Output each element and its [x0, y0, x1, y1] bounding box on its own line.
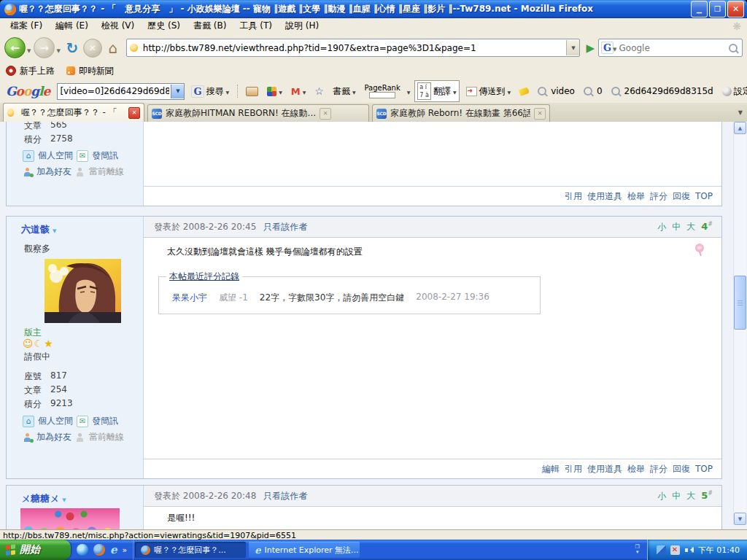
- chevron-down-icon[interactable]: [62, 494, 66, 504]
- forward-history-dropdown[interactable]: [56, 48, 60, 54]
- google-engine-icon[interactable]: G: [601, 42, 614, 54]
- font-small-link[interactable]: 小: [657, 490, 666, 502]
- menu-history[interactable]: 歷史 (S): [142, 18, 186, 34]
- font-large-link[interactable]: 大: [686, 221, 695, 233]
- term-button-hash[interactable]: 26d6429d69d8315d: [609, 85, 716, 98]
- quote-link[interactable]: 引用: [565, 190, 582, 203]
- add-friend-link[interactable]: 加為好友: [36, 166, 71, 178]
- vertical-scrollbar[interactable]: [733, 122, 746, 525]
- home-button[interactable]: [104, 39, 122, 57]
- rating-record-title[interactable]: 本帖最近評分記錄: [166, 271, 242, 283]
- menu-edit[interactable]: 編輯 (E): [50, 18, 94, 34]
- taskbar-toolbar-chevron[interactable]: [635, 545, 647, 555]
- reply-link[interactable]: 回復: [673, 463, 690, 475]
- bookmark-getting-started[interactable]: 新手上路: [6, 65, 55, 77]
- forward-button[interactable]: [34, 37, 55, 58]
- combo-dropdown-button[interactable]: [171, 85, 184, 98]
- tab-close-button[interactable]: [534, 108, 546, 120]
- reply-link[interactable]: 回復: [673, 190, 690, 203]
- add-friend-link[interactable]: 加為好友: [36, 431, 71, 443]
- scroll-down-button[interactable]: [734, 513, 746, 525]
- gmail-button[interactable]: M: [289, 85, 309, 98]
- go-button[interactable]: [586, 42, 595, 55]
- edit-link[interactable]: 編輯: [542, 463, 560, 475]
- photos-button[interactable]: [244, 85, 260, 98]
- google-search-combo[interactable]: [57, 83, 185, 100]
- tray-volume-icon[interactable]: [684, 545, 694, 555]
- google-search-input[interactable]: [58, 85, 171, 97]
- avatar[interactable]: [44, 259, 121, 323]
- back-history-dropdown[interactable]: [27, 48, 31, 54]
- tray-error-icon[interactable]: [670, 545, 680, 555]
- pm-link[interactable]: 發簡訊: [92, 149, 118, 162]
- minimize-button[interactable]: [691, 1, 708, 18]
- profile-link[interactable]: 個人空間: [38, 415, 73, 427]
- web-search-input[interactable]: [618, 42, 729, 54]
- pagerank-button[interactable]: PageRank: [363, 83, 403, 100]
- chevron-down-icon[interactable]: [53, 225, 56, 235]
- use-item-link[interactable]: 使用道具: [587, 463, 622, 475]
- use-item-link[interactable]: 使用道具: [587, 190, 622, 203]
- only-author-link[interactable]: 只看該作者: [263, 490, 307, 502]
- bookmark-latest-news[interactable]: 即時新聞: [66, 65, 114, 77]
- tab-current-thread[interactable]: 喔？？怎麼回事？？ - 「 意見...: [3, 103, 144, 122]
- apps-button[interactable]: [265, 85, 285, 98]
- pm-link[interactable]: 發簡訊: [92, 415, 118, 427]
- floor-number[interactable]: 4#: [701, 221, 713, 232]
- quick-launch-globe-icon[interactable]: [77, 544, 88, 556]
- rose-icon[interactable]: [694, 243, 705, 257]
- report-link[interactable]: 檢舉: [627, 190, 645, 203]
- font-medium-link[interactable]: 中: [672, 221, 681, 233]
- tray-update-icon[interactable]: [657, 545, 666, 555]
- profile-link[interactable]: 個人空間: [38, 149, 73, 162]
- term-button-video[interactable]: video: [535, 85, 577, 98]
- scrollbar-thumb[interactable]: [734, 276, 746, 330]
- reload-button[interactable]: [63, 39, 81, 57]
- report-link[interactable]: 檢舉: [627, 463, 645, 475]
- quick-launch-overflow-chevron[interactable]: »: [123, 545, 128, 555]
- menu-bookmarks[interactable]: 書籤 (B): [187, 18, 232, 34]
- url-dropdown-button[interactable]: [566, 40, 579, 55]
- search-icon[interactable]: [729, 44, 738, 52]
- settings-button[interactable]: 設定: [720, 84, 747, 99]
- top-link[interactable]: TOP: [695, 191, 713, 201]
- quick-launch-ie-icon[interactable]: e: [110, 543, 117, 556]
- address-bar[interactable]: [126, 39, 581, 57]
- stop-button[interactable]: [83, 39, 102, 58]
- translate-button[interactable]: a í7 à 翻譯: [414, 80, 459, 102]
- menu-tools[interactable]: 工具 (T): [233, 18, 278, 34]
- top-link[interactable]: TOP: [695, 464, 713, 474]
- send-to-button[interactable]: 傳送到: [464, 84, 514, 99]
- font-medium-link[interactable]: 中: [672, 490, 681, 502]
- font-large-link[interactable]: 大: [686, 490, 695, 502]
- bookmarks-menu-button[interactable]: 書籤: [330, 84, 358, 99]
- quick-launch-firefox-icon[interactable]: [93, 544, 105, 556]
- highlighter-button[interactable]: [517, 87, 531, 96]
- tab-close-button[interactable]: [320, 108, 331, 120]
- restore-button[interactable]: [709, 1, 726, 18]
- start-button[interactable]: 開始: [0, 540, 71, 560]
- menu-view[interactable]: 檢視 (V): [96, 18, 140, 34]
- star-bookmark-button[interactable]: [312, 84, 326, 98]
- close-button[interactable]: [727, 1, 744, 18]
- font-small-link[interactable]: 小: [657, 221, 666, 233]
- task-button-firefox[interactable]: 喔？？怎麼回事？...: [135, 542, 246, 558]
- google-search-button[interactable]: G 搜尋: [189, 84, 231, 99]
- search-bar[interactable]: G: [598, 39, 743, 57]
- tab-reborn-ep66[interactable]: SCD 家庭教師 Reborn! 在線動畫 第66話 -...: [372, 104, 550, 122]
- search-engine-dropdown[interactable]: [613, 47, 616, 52]
- username-link[interactable]: ㄨ糖糖ㄨ: [21, 492, 59, 505]
- back-button[interactable]: [4, 37, 26, 58]
- rate-link[interactable]: 評分: [650, 463, 667, 475]
- task-button-ie[interactable]: e Internet Explorer 無法...: [249, 542, 360, 558]
- rate-link[interactable]: 評分: [650, 190, 667, 203]
- rater-username-link[interactable]: 呆呆小宇: [172, 292, 207, 304]
- scroll-up-button[interactable]: [734, 122, 746, 134]
- url-input[interactable]: [142, 42, 567, 54]
- menu-file[interactable]: 檔案 (F): [4, 18, 48, 34]
- window-titlebar[interactable]: 喔？？怎麼回事？？ - 「 意見分享 」 - 小政娛樂論壇 -- 寵物 ‖遊戲 …: [0, 0, 747, 18]
- menu-help[interactable]: 說明 (H): [279, 18, 325, 34]
- floor-number[interactable]: 5#: [701, 490, 713, 501]
- quote-link[interactable]: 引用: [565, 463, 582, 475]
- username-link[interactable]: 六道骸: [21, 223, 50, 236]
